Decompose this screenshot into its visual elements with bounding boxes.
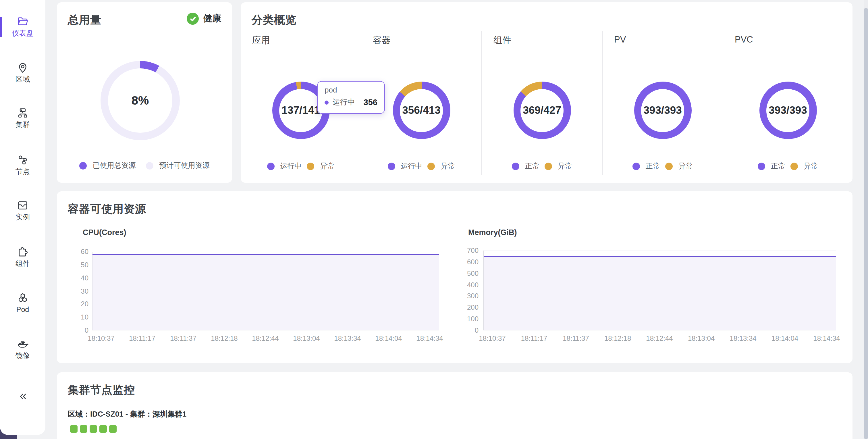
sidebar: 仪表盘 区域 集群 节点 实例 <box>0 0 45 435</box>
scrollbar-thumb[interactable] <box>864 8 868 439</box>
y-tick-label: 500 <box>458 270 478 277</box>
pod-hexagons-icon <box>17 292 29 304</box>
legend-item-abnormal[interactable]: 异常 <box>307 162 335 171</box>
legend-item-normal[interactable]: 正常 <box>758 162 785 171</box>
y-tick-label: 20 <box>68 301 89 308</box>
legend-item-normal[interactable]: 正常 <box>632 162 660 171</box>
category-legend: 运行中 异常 <box>361 162 482 171</box>
sidebar-item-instance[interactable]: 实例 <box>0 199 45 221</box>
legend-dot <box>428 163 435 170</box>
legend-dot <box>307 163 314 170</box>
category-name: PVC <box>735 34 753 45</box>
legend-item-abnormal[interactable]: 异常 <box>428 162 455 171</box>
node-status-grid <box>70 425 117 433</box>
sidebar-item-pod[interactable]: Pod <box>0 292 45 314</box>
memory-chart-title: Memory(GiB) <box>468 228 517 237</box>
sidebar-item-label: 组件 <box>16 260 30 268</box>
node-status-cell[interactable] <box>70 425 78 433</box>
collapse-double-chevron-icon <box>17 391 28 405</box>
legend-label: 已使用总资源 <box>93 161 136 171</box>
legend-label: 异常 <box>678 162 693 171</box>
legend-item-abnormal[interactable]: 异常 <box>790 162 818 171</box>
x-tick-label: 18:11:17 <box>124 335 161 343</box>
legend-dot <box>545 163 552 170</box>
x-tick-label: 18:14:04 <box>767 335 803 343</box>
legend-item-available[interactable]: 预计可使用资源 <box>146 161 210 171</box>
series-area-fill <box>92 255 439 330</box>
legend-dot <box>267 163 275 170</box>
sidebar-item-region[interactable]: 区域 <box>0 61 45 83</box>
series-dot-icon <box>324 100 329 104</box>
category-donut-chart[interactable]: 393/393 <box>759 82 816 139</box>
sidebar-item-node[interactable]: 节点 <box>0 154 45 176</box>
category-column-PVC: PVC 393/393 正常 异常 <box>723 2 852 183</box>
legend-item-normal[interactable]: 运行中 <box>388 162 423 171</box>
instance-box-icon <box>17 199 29 211</box>
category-donut-chart[interactable]: 369/427 <box>513 82 571 139</box>
legend-dot <box>790 163 798 170</box>
legend-dot <box>665 163 673 170</box>
category-column-组件: 组件 369/427 正常 异常 <box>482 2 602 183</box>
node-status-cell[interactable] <box>99 425 107 433</box>
x-tick-label: 18:12:18 <box>206 335 243 343</box>
x-tick-label: 18:11:37 <box>165 335 202 343</box>
legend-dot <box>758 163 765 170</box>
x-tick-label: 18:12:44 <box>641 335 678 343</box>
region-cluster-label: 区域：IDC-SZ01 - 集群：深圳集群1 <box>68 409 186 419</box>
y-tick-label: 0 <box>68 327 89 334</box>
legend-dot <box>388 163 395 170</box>
legend-item-used[interactable]: 已使用总资源 <box>80 161 136 171</box>
component-puzzle-icon <box>17 246 29 258</box>
x-tick-label: 18:14:04 <box>370 335 407 343</box>
cpu-chart-title: CPU(Cores) <box>83 228 126 237</box>
x-tick-label: 18:13:34 <box>725 335 762 343</box>
x-tick-label: 18:13:34 <box>329 335 366 343</box>
y-tick-label: 50 <box>68 261 89 268</box>
card-title: 集群节点监控 <box>68 383 135 398</box>
x-tick-label: 18:14:34 <box>808 335 845 343</box>
legend-item-abnormal[interactable]: 异常 <box>545 162 572 171</box>
sidebar-item-cluster[interactable]: 集群 <box>0 107 45 129</box>
sidebar-item-component[interactable]: 组件 <box>0 246 45 268</box>
y-tick-label: 30 <box>68 288 89 294</box>
sidebar-item-dashboard[interactable]: 仪表盘 <box>0 16 45 37</box>
x-tick-label: 18:14:34 <box>411 335 448 343</box>
node-status-cell[interactable] <box>80 425 87 433</box>
x-tick-label: 18:12:18 <box>599 335 636 343</box>
node-status-cell[interactable] <box>90 425 97 433</box>
legend-item-abnormal[interactable]: 异常 <box>665 162 693 171</box>
sidebar-item-image[interactable]: 镜像 <box>0 338 45 360</box>
sidebar-item-label: 实例 <box>16 213 30 221</box>
legend-label: 正常 <box>525 162 539 171</box>
cluster-node-monitor-card: 集群节点监控 区域：IDC-SZ01 - 集群：深圳集群1 <box>57 372 852 439</box>
total-usage-donut-chart[interactable]: 8% <box>100 61 180 140</box>
sidebar-item-label: Pod <box>17 306 29 314</box>
legend-dot <box>512 163 519 170</box>
legend-item-normal[interactable]: 运行中 <box>267 162 302 171</box>
tooltip-value: 356 <box>364 98 377 107</box>
x-tick-label: 18:10:37 <box>474 335 511 343</box>
tooltip-row: 运行中 356 <box>324 97 377 108</box>
container-resources-card: 容器可使用资源 CPU(Cores) Memory(GiB) 605040302… <box>57 191 852 363</box>
legend-label: 运行中 <box>401 162 423 171</box>
y-tick-label: 60 <box>68 248 89 255</box>
category-donut-chart[interactable]: 393/393 <box>634 82 691 139</box>
image-docker-icon <box>17 338 29 350</box>
category-legend: 正常 异常 <box>482 162 602 171</box>
legend-label: 异常 <box>320 162 335 171</box>
category-donut-chart[interactable]: 356/413 <box>393 82 450 139</box>
check-circle-icon <box>187 12 199 25</box>
node-status-cell[interactable] <box>109 425 117 433</box>
legend-item-normal[interactable]: 正常 <box>512 162 539 171</box>
y-tick-label: 700 <box>458 247 478 254</box>
dashboard-page: 仪表盘 区域 集群 节点 实例 <box>0 0 868 439</box>
category-name: 容器 <box>373 34 391 47</box>
sidebar-item-label: 集群 <box>16 121 30 129</box>
sidebar-item-label: 节点 <box>16 168 30 176</box>
gridline <box>92 252 439 252</box>
category-value: 369/427 <box>513 82 571 139</box>
nodes-icon <box>17 154 29 166</box>
health-status-badge: 健康 <box>187 12 221 25</box>
health-status-label: 健康 <box>204 12 221 25</box>
collapse-sidebar-button[interactable] <box>0 391 45 405</box>
